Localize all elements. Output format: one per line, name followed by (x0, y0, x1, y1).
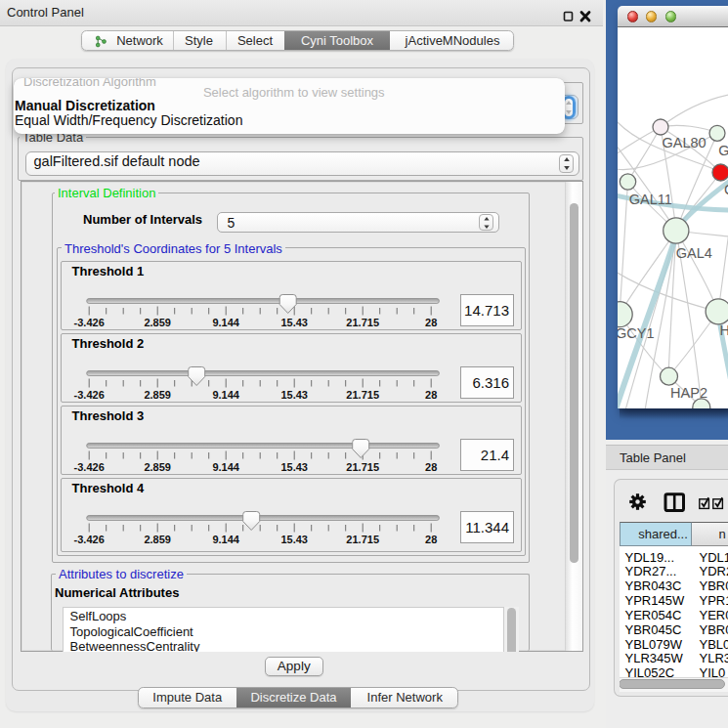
svg-text:2.859: 2.859 (144, 533, 171, 544)
svg-text:2.859: 2.859 (144, 316, 171, 327)
svg-text:28: 28 (425, 533, 437, 544)
svg-text:-3.426: -3.426 (73, 316, 104, 327)
svg-text:-3.426: -3.426 (73, 533, 104, 544)
svg-text:2.859: 2.859 (144, 388, 171, 400)
svg-text:-3.426: -3.426 (73, 388, 104, 400)
svg-text:-3.426: -3.426 (73, 460, 104, 472)
svg-text:28: 28 (425, 460, 437, 472)
svg-text:15.43: 15.43 (280, 460, 308, 472)
svg-text:HAP2: HAP2 (670, 385, 707, 401)
svg-text:H: H (719, 322, 728, 338)
svg-text:21.715: 21.715 (346, 388, 379, 400)
svg-text:21.715: 21.715 (346, 460, 379, 472)
svg-text:28: 28 (425, 316, 437, 327)
svg-text:21.715: 21.715 (346, 533, 379, 544)
svg-text:15.43: 15.43 (280, 316, 308, 327)
svg-text:9.144: 9.144 (212, 388, 239, 400)
svg-text:15.43: 15.43 (280, 533, 308, 544)
svg-text:9.144: 9.144 (212, 460, 239, 472)
svg-text:21.715: 21.715 (346, 316, 379, 327)
svg-text:GA: GA (718, 143, 728, 158)
svg-text:9.144: 9.144 (212, 533, 239, 544)
svg-text:9.144: 9.144 (212, 316, 239, 327)
svg-text:2.859: 2.859 (144, 460, 171, 472)
svg-text:C: C (724, 182, 728, 197)
svg-text:GAL4: GAL4 (675, 245, 711, 261)
svg-text:15.43: 15.43 (280, 388, 308, 400)
svg-text:GCY1: GCY1 (618, 325, 655, 341)
svg-text:GAL80: GAL80 (662, 135, 706, 150)
svg-text:28: 28 (425, 388, 437, 400)
svg-text:GAL11: GAL11 (628, 192, 671, 207)
